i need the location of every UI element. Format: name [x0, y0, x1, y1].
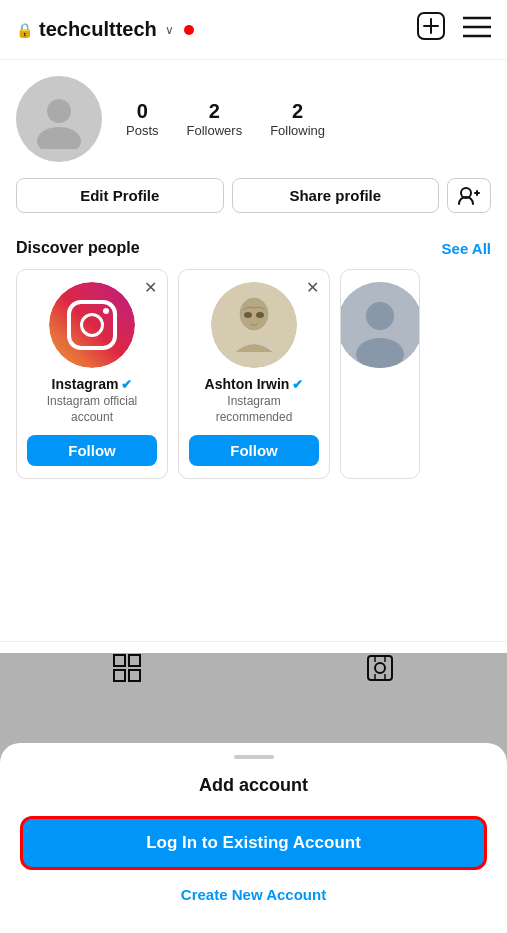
followers-stat[interactable]: 2 Followers — [187, 100, 243, 138]
close-card-ashton[interactable]: ✕ — [306, 278, 319, 297]
discover-card-partial — [340, 269, 420, 479]
header: 🔒 techculttech ∨ — [0, 0, 507, 60]
svg-point-16 — [366, 302, 394, 330]
instagram-sub: Instagram official account — [27, 394, 157, 425]
share-profile-button[interactable]: Share profile — [232, 178, 440, 213]
modal-sheet: Add account Log In to Existing Account C… — [0, 743, 507, 933]
verified-icon-ashton: ✔ — [292, 377, 303, 392]
follow-instagram-button[interactable]: Follow — [27, 435, 157, 466]
discover-card-ashton: ✕ — [178, 269, 330, 479]
see-all-link[interactable]: See All — [442, 240, 491, 257]
lock-icon: 🔒 — [16, 22, 33, 38]
chevron-down-icon[interactable]: ∨ — [165, 23, 174, 37]
add-post-button[interactable] — [417, 12, 445, 47]
action-buttons: Edit Profile Share profile — [16, 178, 491, 213]
create-account-link[interactable]: Create New Account — [20, 886, 487, 903]
cards-row: ✕ Instagram ✔ Instagram official account… — [16, 269, 491, 479]
following-stat[interactable]: 2 Following — [270, 100, 325, 138]
discover-card-instagram: ✕ Instagram ✔ Instagram official account… — [16, 269, 168, 479]
username-label: techculttech — [39, 18, 157, 41]
followers-count: 2 — [209, 100, 220, 123]
modal-handle — [234, 755, 274, 759]
svg-point-7 — [37, 127, 81, 149]
ashton-sub: Instagram recommended — [189, 394, 319, 425]
online-dot — [184, 25, 194, 35]
instagram-avatar — [49, 282, 135, 368]
following-count: 2 — [292, 100, 303, 123]
profile-top: 0 Posts 2 Followers 2 Following — [16, 76, 491, 162]
header-left: 🔒 techculttech ∨ — [16, 18, 194, 41]
avatar — [16, 76, 102, 162]
ashton-name: Ashton Irwin ✔ — [205, 376, 304, 392]
profile-section: 0 Posts 2 Followers 2 Following Edit Pro… — [0, 60, 507, 225]
discover-section: Discover people See All ✕ Instagram ✔ In… — [0, 225, 507, 489]
posts-label: Posts — [126, 123, 159, 138]
verified-icon: ✔ — [121, 377, 132, 392]
svg-point-13 — [244, 312, 252, 318]
svg-point-14 — [256, 312, 264, 318]
edit-profile-button[interactable]: Edit Profile — [16, 178, 224, 213]
login-existing-button[interactable]: Log In to Existing Account — [20, 816, 487, 870]
discover-title: Discover people — [16, 239, 140, 257]
posts-stat: 0 Posts — [126, 100, 159, 138]
svg-point-6 — [47, 99, 71, 123]
instagram-name: Instagram ✔ — [52, 376, 133, 392]
follow-ashton-button[interactable]: Follow — [189, 435, 319, 466]
ashton-avatar — [211, 282, 297, 368]
following-label: Following — [270, 123, 325, 138]
menu-button[interactable] — [463, 14, 491, 45]
stats-container: 0 Posts 2 Followers 2 Following — [126, 100, 491, 138]
posts-count: 0 — [137, 100, 148, 123]
close-card-instagram[interactable]: ✕ — [144, 278, 157, 297]
header-right — [417, 12, 491, 47]
followers-label: Followers — [187, 123, 243, 138]
add-person-button[interactable] — [447, 178, 491, 213]
discover-header: Discover people See All — [16, 239, 491, 257]
modal-title: Add account — [20, 775, 487, 796]
partial-avatar — [340, 282, 420, 368]
modal-overlay: Add account Log In to Existing Account C… — [0, 653, 507, 933]
